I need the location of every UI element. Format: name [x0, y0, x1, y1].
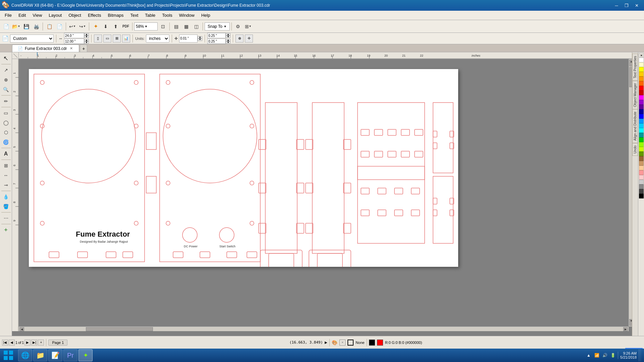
new-tab-button[interactable]: + — [80, 45, 87, 52]
color-green[interactable] — [639, 137, 644, 142]
color-lime[interactable] — [639, 147, 644, 152]
height-down[interactable]: ▼ — [84, 41, 89, 44]
taskbar-explorer[interactable]: 📁 — [33, 349, 47, 361]
paste-button[interactable]: 📄 — [55, 22, 64, 31]
color-darkred[interactable] — [639, 90, 644, 95]
dup-v-input[interactable] — [207, 39, 226, 44]
fill-tool[interactable]: 🪣 — [1, 202, 11, 211]
clock-area[interactable]: 9:26 AM 5/21/2018 — [620, 351, 637, 359]
menu-effects[interactable]: Effects — [85, 11, 105, 19]
chart-button[interactable]: 📊 — [122, 35, 130, 43]
color-teal[interactable] — [639, 133, 644, 137]
menu-help[interactable]: Help — [198, 11, 214, 19]
connector-tool[interactable]: ⊸ — [1, 180, 11, 190]
effects-tool[interactable]: ⋯ — [1, 214, 11, 223]
page-last[interactable]: ▶| — [31, 340, 37, 346]
table-tool[interactable]: ⊞ — [1, 161, 11, 170]
canvas-inner[interactable]: Fume Extractor Designed By Badar Jahangi… — [19, 59, 633, 331]
dimension-tool[interactable]: ↔ — [1, 171, 11, 180]
snap-to-button[interactable]: Snap To ▼ — [205, 22, 230, 31]
color-orange[interactable] — [639, 76, 644, 81]
color-lightblue[interactable] — [639, 119, 644, 123]
menu-view[interactable]: View — [29, 11, 45, 19]
tab-close-button[interactable]: ✕ — [69, 46, 73, 51]
apply-all-button[interactable]: ⊞ — [113, 35, 121, 43]
stroke-color-box[interactable] — [347, 340, 354, 346]
menu-window[interactable]: Window — [176, 11, 198, 19]
pdf-button[interactable]: PDF — [121, 22, 130, 31]
zoom-tool[interactable]: 🔍 — [1, 85, 11, 94]
width-down[interactable]: ▼ — [84, 36, 89, 38]
color-black[interactable] — [639, 194, 644, 198]
fill-color-box[interactable]: ✕ — [339, 340, 345, 346]
page-first[interactable]: |◀ — [2, 340, 8, 346]
copy-button[interactable]: 📋 — [45, 22, 54, 31]
align-page-button[interactable]: ⊕ — [235, 35, 244, 43]
color-peach[interactable] — [639, 166, 644, 170]
portrait-button[interactable]: ▯ — [94, 35, 102, 43]
color-cyan[interactable] — [639, 123, 644, 128]
tray-network[interactable]: 📶 — [594, 352, 600, 358]
canvas-area[interactable]: // Generated by JS below - 1 2 3 4 5 6 7… — [12, 52, 638, 336]
transform-tool[interactable]: ⊕ — [1, 75, 11, 84]
save-button[interactable]: 💾 — [21, 22, 31, 31]
close-button[interactable]: ✕ — [632, 2, 641, 9]
add-page-button[interactable]: + — [1, 225, 11, 235]
taskbar-word[interactable]: 📝 — [48, 349, 62, 361]
page-prev[interactable]: ◀ — [9, 340, 15, 346]
text-tool[interactable]: A — [1, 149, 11, 159]
menu-tools[interactable]: Tools — [159, 11, 175, 19]
width-input[interactable] — [64, 33, 84, 38]
color-gray[interactable] — [639, 184, 644, 189]
pencil-tool[interactable]: ✏ — [1, 97, 11, 106]
object-manager-tab[interactable]: Object Manager — [632, 81, 638, 109]
select-tool[interactable]: ↖ — [1, 54, 11, 63]
spiral-tool[interactable]: 🌀 — [1, 137, 11, 147]
color-white[interactable] — [639, 58, 644, 62]
import-button[interactable]: ⬇ — [101, 22, 110, 31]
color-darkorange[interactable] — [639, 81, 644, 86]
color-blue[interactable] — [639, 114, 644, 119]
view1-button[interactable]: ▤ — [171, 22, 181, 31]
view2-button[interactable]: ▦ — [181, 22, 191, 31]
menu-bitmaps[interactable]: Bitmaps — [104, 11, 127, 19]
tray-volume[interactable]: 🔊 — [602, 352, 608, 358]
nudge-input[interactable] — [179, 35, 198, 43]
eyedropper-tool[interactable]: 💧 — [1, 192, 11, 201]
new-button[interactable]: 📄 — [1, 22, 11, 31]
show-desktop[interactable] — [639, 349, 641, 361]
color-lightorange[interactable] — [639, 72, 644, 76]
color-navy[interactable] — [639, 109, 644, 114]
color-purple[interactable] — [639, 100, 644, 105]
primary-color-swatch[interactable] — [369, 340, 375, 346]
undo-tab[interactable]: Undo — [632, 143, 638, 156]
restore-button[interactable]: ❐ — [622, 2, 631, 9]
menu-edit[interactable]: Edit — [15, 11, 29, 19]
menu-layout[interactable]: Layout — [45, 11, 65, 19]
page-next[interactable]: ▶ — [24, 340, 31, 346]
options-button[interactable]: ⚙ — [233, 22, 243, 31]
open-button[interactable]: 📂 ▼ — [11, 22, 21, 31]
page-type-select[interactable]: Custom — [10, 35, 54, 43]
dup-v-down[interactable]: ▼ — [226, 41, 230, 44]
color-lightgreen[interactable] — [639, 142, 644, 147]
menu-file[interactable]: File — [1, 11, 15, 19]
dup-h-down[interactable]: ▼ — [226, 36, 230, 38]
nudge-down[interactable]: ▼ — [198, 39, 202, 41]
hscroll-thumb[interactable] — [86, 327, 153, 331]
menu-table[interactable]: Table — [142, 11, 159, 19]
page-tab[interactable]: Page 1 — [48, 340, 67, 346]
color-darkpurple[interactable] — [639, 105, 644, 109]
tray-battery[interactable]: 🔋 — [610, 352, 616, 358]
ellipse-tool[interactable]: ◯ — [1, 118, 11, 127]
redo-button[interactable]: ↪ ▼ — [78, 22, 87, 31]
color-darkgray[interactable] — [639, 189, 644, 194]
fit-page-button[interactable]: ⊡ — [158, 22, 168, 31]
taskbar-browser[interactable]: 🌐 — [18, 349, 32, 361]
color-brown[interactable] — [639, 156, 644, 161]
color-yellow[interactable] — [639, 67, 644, 72]
print-button[interactable]: 🖨️ — [32, 22, 41, 31]
color-red[interactable] — [639, 86, 644, 90]
freehand-tool[interactable]: ↗ — [1, 65, 11, 75]
color-lightgray[interactable] — [639, 180, 644, 184]
